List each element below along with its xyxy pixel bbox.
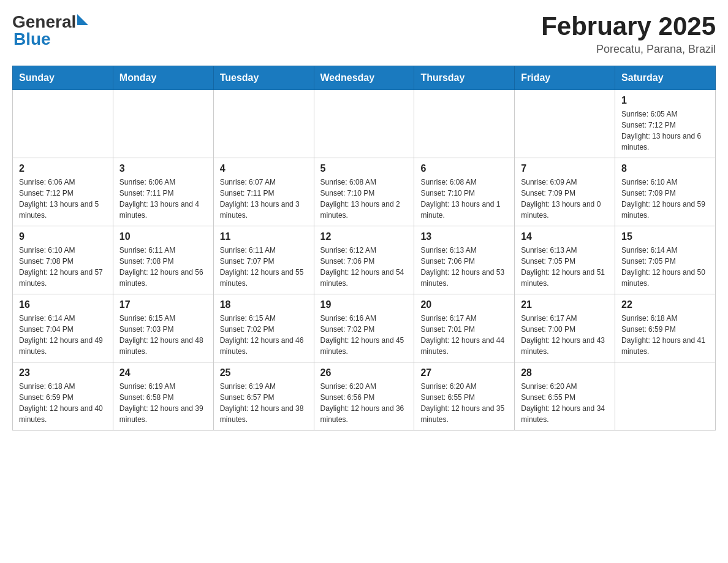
- day-number: 24: [119, 367, 207, 378]
- day-info: Sunrise: 6:18 AMSunset: 6:59 PMDaylight:…: [621, 313, 709, 357]
- calendar-week-row: 2Sunrise: 6:06 AMSunset: 7:12 PMDaylight…: [13, 158, 716, 226]
- day-number: 22: [621, 299, 709, 310]
- calendar-day-cell: 2Sunrise: 6:06 AMSunset: 7:12 PMDaylight…: [13, 158, 113, 226]
- day-number: 6: [420, 163, 508, 174]
- calendar-table: SundayMondayTuesdayWednesdayThursdayFrid…: [12, 66, 716, 431]
- calendar-day-cell: 17Sunrise: 6:15 AMSunset: 7:03 PMDayligh…: [113, 294, 213, 362]
- days-of-week-row: SundayMondayTuesdayWednesdayThursdayFrid…: [13, 66, 716, 90]
- day-of-week-header: Friday: [515, 66, 615, 90]
- day-info: Sunrise: 6:15 AMSunset: 7:03 PMDaylight:…: [119, 313, 207, 357]
- day-of-week-header: Sunday: [13, 66, 113, 90]
- calendar-day-cell: 23Sunrise: 6:18 AMSunset: 6:59 PMDayligh…: [13, 362, 113, 431]
- day-number: 7: [521, 163, 609, 174]
- day-info: Sunrise: 6:06 AMSunset: 7:12 PMDaylight:…: [19, 177, 107, 221]
- day-number: 4: [220, 163, 308, 174]
- calendar-day-cell: 13Sunrise: 6:13 AMSunset: 7:06 PMDayligh…: [414, 226, 515, 294]
- month-title: February 2025: [541, 12, 716, 40]
- day-of-week-header: Wednesday: [314, 66, 414, 90]
- calendar-day-cell: 9Sunrise: 6:10 AMSunset: 7:08 PMDaylight…: [13, 226, 113, 294]
- day-of-week-header: Tuesday: [213, 66, 314, 90]
- day-info: Sunrise: 6:20 AMSunset: 6:55 PMDaylight:…: [420, 381, 508, 425]
- day-info: Sunrise: 6:11 AMSunset: 7:08 PMDaylight:…: [119, 245, 207, 289]
- day-info: Sunrise: 6:19 AMSunset: 6:58 PMDaylight:…: [119, 381, 207, 425]
- day-of-week-header: Thursday: [414, 66, 515, 90]
- day-number: 15: [621, 231, 709, 242]
- day-number: 1: [621, 95, 709, 106]
- calendar-header: SundayMondayTuesdayWednesdayThursdayFrid…: [13, 66, 716, 90]
- day-number: 17: [119, 299, 207, 310]
- calendar-day-cell: 28Sunrise: 6:20 AMSunset: 6:55 PMDayligh…: [515, 362, 615, 431]
- day-number: 18: [220, 299, 308, 310]
- calendar-day-cell: [113, 90, 213, 158]
- calendar-day-cell: 26Sunrise: 6:20 AMSunset: 6:56 PMDayligh…: [314, 362, 414, 431]
- day-number: 9: [19, 231, 107, 242]
- day-info: Sunrise: 6:07 AMSunset: 7:11 PMDaylight:…: [220, 177, 308, 221]
- calendar-week-row: 16Sunrise: 6:14 AMSunset: 7:04 PMDayligh…: [13, 294, 716, 362]
- calendar-day-cell: 24Sunrise: 6:19 AMSunset: 6:58 PMDayligh…: [113, 362, 213, 431]
- day-number: 16: [19, 299, 107, 310]
- calendar-day-cell: 4Sunrise: 6:07 AMSunset: 7:11 PMDaylight…: [213, 158, 314, 226]
- day-info: Sunrise: 6:17 AMSunset: 7:01 PMDaylight:…: [420, 313, 508, 357]
- day-info: Sunrise: 6:15 AMSunset: 7:02 PMDaylight:…: [220, 313, 308, 357]
- page-header: General Blue February 2025 Porecatu, Par…: [12, 12, 716, 56]
- day-info: Sunrise: 6:13 AMSunset: 7:06 PMDaylight:…: [420, 245, 508, 289]
- day-info: Sunrise: 6:08 AMSunset: 7:10 PMDaylight:…: [420, 177, 508, 221]
- day-number: 5: [320, 163, 408, 174]
- day-number: 27: [420, 367, 508, 378]
- day-info: Sunrise: 6:08 AMSunset: 7:10 PMDaylight:…: [320, 177, 408, 221]
- location-subtitle: Porecatu, Parana, Brazil: [541, 43, 716, 56]
- calendar-day-cell: 7Sunrise: 6:09 AMSunset: 7:09 PMDaylight…: [515, 158, 615, 226]
- day-number: 13: [420, 231, 508, 242]
- calendar-day-cell: 3Sunrise: 6:06 AMSunset: 7:11 PMDaylight…: [113, 158, 213, 226]
- calendar-day-cell: 8Sunrise: 6:10 AMSunset: 7:09 PMDaylight…: [615, 158, 716, 226]
- day-number: 25: [220, 367, 308, 378]
- calendar-day-cell: 6Sunrise: 6:08 AMSunset: 7:10 PMDaylight…: [414, 158, 515, 226]
- calendar-day-cell: 16Sunrise: 6:14 AMSunset: 7:04 PMDayligh…: [13, 294, 113, 362]
- day-number: 10: [119, 231, 207, 242]
- day-number: 11: [220, 231, 308, 242]
- day-number: 20: [420, 299, 508, 310]
- calendar-day-cell: 12Sunrise: 6:12 AMSunset: 7:06 PMDayligh…: [314, 226, 414, 294]
- day-info: Sunrise: 6:17 AMSunset: 7:00 PMDaylight:…: [521, 313, 609, 357]
- calendar-day-cell: [13, 90, 113, 158]
- day-number: 12: [320, 231, 408, 242]
- day-info: Sunrise: 6:12 AMSunset: 7:06 PMDaylight:…: [320, 245, 408, 289]
- calendar-week-row: 1Sunrise: 6:05 AMSunset: 7:12 PMDaylight…: [13, 90, 716, 158]
- day-info: Sunrise: 6:05 AMSunset: 7:12 PMDaylight:…: [621, 109, 709, 153]
- logo-text-blue: Blue: [13, 29, 88, 49]
- calendar-day-cell: 21Sunrise: 6:17 AMSunset: 7:00 PMDayligh…: [515, 294, 615, 362]
- day-of-week-header: Saturday: [615, 66, 716, 90]
- logo: General Blue: [12, 12, 88, 49]
- day-of-week-header: Monday: [113, 66, 213, 90]
- day-number: 19: [320, 299, 408, 310]
- calendar-day-cell: 25Sunrise: 6:19 AMSunset: 6:57 PMDayligh…: [213, 362, 314, 431]
- calendar-day-cell: [515, 90, 615, 158]
- day-info: Sunrise: 6:09 AMSunset: 7:09 PMDaylight:…: [521, 177, 609, 221]
- day-info: Sunrise: 6:19 AMSunset: 6:57 PMDaylight:…: [220, 381, 308, 425]
- day-number: 26: [320, 367, 408, 378]
- day-info: Sunrise: 6:14 AMSunset: 7:04 PMDaylight:…: [19, 313, 107, 357]
- calendar-day-cell: 1Sunrise: 6:05 AMSunset: 7:12 PMDaylight…: [615, 90, 716, 158]
- day-info: Sunrise: 6:20 AMSunset: 6:55 PMDaylight:…: [521, 381, 609, 425]
- calendar-week-row: 9Sunrise: 6:10 AMSunset: 7:08 PMDaylight…: [13, 226, 716, 294]
- day-info: Sunrise: 6:06 AMSunset: 7:11 PMDaylight:…: [119, 177, 207, 221]
- calendar-day-cell: 20Sunrise: 6:17 AMSunset: 7:01 PMDayligh…: [414, 294, 515, 362]
- day-info: Sunrise: 6:10 AMSunset: 7:08 PMDaylight:…: [19, 245, 107, 289]
- calendar-day-cell: 19Sunrise: 6:16 AMSunset: 7:02 PMDayligh…: [314, 294, 414, 362]
- day-number: 28: [521, 367, 609, 378]
- calendar-day-cell: 14Sunrise: 6:13 AMSunset: 7:05 PMDayligh…: [515, 226, 615, 294]
- calendar-day-cell: 22Sunrise: 6:18 AMSunset: 6:59 PMDayligh…: [615, 294, 716, 362]
- calendar-day-cell: 11Sunrise: 6:11 AMSunset: 7:07 PMDayligh…: [213, 226, 314, 294]
- day-info: Sunrise: 6:13 AMSunset: 7:05 PMDaylight:…: [521, 245, 609, 289]
- calendar-day-cell: 15Sunrise: 6:14 AMSunset: 7:05 PMDayligh…: [615, 226, 716, 294]
- day-info: Sunrise: 6:11 AMSunset: 7:07 PMDaylight:…: [220, 245, 308, 289]
- day-number: 3: [119, 163, 207, 174]
- logo-arrow-icon: [77, 14, 88, 25]
- day-info: Sunrise: 6:10 AMSunset: 7:09 PMDaylight:…: [621, 177, 709, 221]
- calendar-day-cell: [615, 362, 716, 431]
- day-number: 2: [19, 163, 107, 174]
- day-number: 14: [521, 231, 609, 242]
- calendar-day-cell: 5Sunrise: 6:08 AMSunset: 7:10 PMDaylight…: [314, 158, 414, 226]
- day-info: Sunrise: 6:18 AMSunset: 6:59 PMDaylight:…: [19, 381, 107, 425]
- day-number: 21: [521, 299, 609, 310]
